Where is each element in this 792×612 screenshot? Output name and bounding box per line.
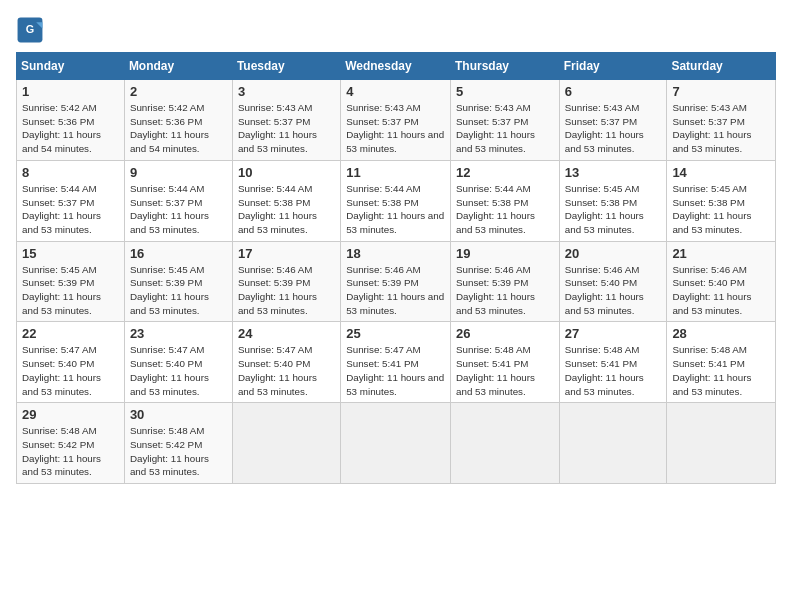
calendar-cell: 30 Sunrise: 5:48 AMSunset: 5:42 PMDaylig… xyxy=(124,403,232,484)
day-detail: Sunrise: 5:44 AMSunset: 5:37 PMDaylight:… xyxy=(22,183,101,235)
day-detail: Sunrise: 5:48 AMSunset: 5:41 PMDaylight:… xyxy=(456,344,535,396)
logo: G xyxy=(16,16,48,44)
day-detail: Sunrise: 5:43 AMSunset: 5:37 PMDaylight:… xyxy=(456,102,535,154)
header-cell-monday: Monday xyxy=(124,53,232,80)
day-detail: Sunrise: 5:48 AMSunset: 5:41 PMDaylight:… xyxy=(672,344,751,396)
day-detail: Sunrise: 5:46 AMSunset: 5:39 PMDaylight:… xyxy=(238,264,317,316)
calendar-cell: 22 Sunrise: 5:47 AMSunset: 5:40 PMDaylig… xyxy=(17,322,125,403)
day-number: 5 xyxy=(456,84,554,99)
calendar-cell: 27 Sunrise: 5:48 AMSunset: 5:41 PMDaylig… xyxy=(559,322,667,403)
day-detail: Sunrise: 5:48 AMSunset: 5:42 PMDaylight:… xyxy=(130,425,209,477)
day-number: 10 xyxy=(238,165,335,180)
header-cell-tuesday: Tuesday xyxy=(232,53,340,80)
day-detail: Sunrise: 5:44 AMSunset: 5:38 PMDaylight:… xyxy=(346,183,444,235)
svg-text:G: G xyxy=(26,23,34,35)
day-number: 16 xyxy=(130,246,227,261)
day-detail: Sunrise: 5:45 AMSunset: 5:38 PMDaylight:… xyxy=(565,183,644,235)
day-number: 21 xyxy=(672,246,770,261)
calendar-cell: 21 Sunrise: 5:46 AMSunset: 5:40 PMDaylig… xyxy=(667,241,776,322)
day-number: 27 xyxy=(565,326,662,341)
day-detail: Sunrise: 5:42 AMSunset: 5:36 PMDaylight:… xyxy=(22,102,101,154)
calendar-cell: 24 Sunrise: 5:47 AMSunset: 5:40 PMDaylig… xyxy=(232,322,340,403)
day-detail: Sunrise: 5:46 AMSunset: 5:39 PMDaylight:… xyxy=(456,264,535,316)
day-detail: Sunrise: 5:43 AMSunset: 5:37 PMDaylight:… xyxy=(238,102,317,154)
week-row-1: 1 Sunrise: 5:42 AMSunset: 5:36 PMDayligh… xyxy=(17,80,776,161)
calendar-cell: 9 Sunrise: 5:44 AMSunset: 5:37 PMDayligh… xyxy=(124,160,232,241)
calendar-cell: 18 Sunrise: 5:46 AMSunset: 5:39 PMDaylig… xyxy=(341,241,451,322)
header: G xyxy=(16,16,776,44)
calendar-cell: 26 Sunrise: 5:48 AMSunset: 5:41 PMDaylig… xyxy=(451,322,560,403)
header-cell-saturday: Saturday xyxy=(667,53,776,80)
calendar-cell xyxy=(232,403,340,484)
day-detail: Sunrise: 5:45 AMSunset: 5:38 PMDaylight:… xyxy=(672,183,751,235)
day-detail: Sunrise: 5:47 AMSunset: 5:40 PMDaylight:… xyxy=(22,344,101,396)
day-number: 6 xyxy=(565,84,662,99)
header-cell-sunday: Sunday xyxy=(17,53,125,80)
day-number: 9 xyxy=(130,165,227,180)
calendar-cell: 11 Sunrise: 5:44 AMSunset: 5:38 PMDaylig… xyxy=(341,160,451,241)
day-number: 17 xyxy=(238,246,335,261)
calendar-cell: 8 Sunrise: 5:44 AMSunset: 5:37 PMDayligh… xyxy=(17,160,125,241)
calendar-cell: 5 Sunrise: 5:43 AMSunset: 5:37 PMDayligh… xyxy=(451,80,560,161)
day-number: 19 xyxy=(456,246,554,261)
day-detail: Sunrise: 5:44 AMSunset: 5:38 PMDaylight:… xyxy=(238,183,317,235)
calendar-cell: 25 Sunrise: 5:47 AMSunset: 5:41 PMDaylig… xyxy=(341,322,451,403)
day-number: 3 xyxy=(238,84,335,99)
day-number: 23 xyxy=(130,326,227,341)
day-detail: Sunrise: 5:43 AMSunset: 5:37 PMDaylight:… xyxy=(672,102,751,154)
day-detail: Sunrise: 5:44 AMSunset: 5:37 PMDaylight:… xyxy=(130,183,209,235)
calendar-cell: 13 Sunrise: 5:45 AMSunset: 5:38 PMDaylig… xyxy=(559,160,667,241)
header-cell-thursday: Thursday xyxy=(451,53,560,80)
day-number: 8 xyxy=(22,165,119,180)
day-number: 24 xyxy=(238,326,335,341)
day-number: 25 xyxy=(346,326,445,341)
day-detail: Sunrise: 5:46 AMSunset: 5:40 PMDaylight:… xyxy=(565,264,644,316)
day-detail: Sunrise: 5:48 AMSunset: 5:42 PMDaylight:… xyxy=(22,425,101,477)
logo-icon: G xyxy=(16,16,44,44)
calendar-cell: 1 Sunrise: 5:42 AMSunset: 5:36 PMDayligh… xyxy=(17,80,125,161)
week-row-4: 22 Sunrise: 5:47 AMSunset: 5:40 PMDaylig… xyxy=(17,322,776,403)
day-detail: Sunrise: 5:42 AMSunset: 5:36 PMDaylight:… xyxy=(130,102,209,154)
calendar-cell: 29 Sunrise: 5:48 AMSunset: 5:42 PMDaylig… xyxy=(17,403,125,484)
header-cell-friday: Friday xyxy=(559,53,667,80)
day-number: 2 xyxy=(130,84,227,99)
day-number: 11 xyxy=(346,165,445,180)
day-number: 18 xyxy=(346,246,445,261)
day-number: 7 xyxy=(672,84,770,99)
day-detail: Sunrise: 5:43 AMSunset: 5:37 PMDaylight:… xyxy=(565,102,644,154)
calendar-cell: 23 Sunrise: 5:47 AMSunset: 5:40 PMDaylig… xyxy=(124,322,232,403)
header-row: SundayMondayTuesdayWednesdayThursdayFrid… xyxy=(17,53,776,80)
calendar-cell: 10 Sunrise: 5:44 AMSunset: 5:38 PMDaylig… xyxy=(232,160,340,241)
calendar-cell: 16 Sunrise: 5:45 AMSunset: 5:39 PMDaylig… xyxy=(124,241,232,322)
day-number: 4 xyxy=(346,84,445,99)
day-detail: Sunrise: 5:47 AMSunset: 5:40 PMDaylight:… xyxy=(238,344,317,396)
day-number: 29 xyxy=(22,407,119,422)
day-number: 14 xyxy=(672,165,770,180)
week-row-2: 8 Sunrise: 5:44 AMSunset: 5:37 PMDayligh… xyxy=(17,160,776,241)
calendar-cell xyxy=(451,403,560,484)
calendar-cell: 4 Sunrise: 5:43 AMSunset: 5:37 PMDayligh… xyxy=(341,80,451,161)
calendar-cell: 12 Sunrise: 5:44 AMSunset: 5:38 PMDaylig… xyxy=(451,160,560,241)
calendar-cell: 2 Sunrise: 5:42 AMSunset: 5:36 PMDayligh… xyxy=(124,80,232,161)
calendar-cell xyxy=(341,403,451,484)
calendar-cell: 20 Sunrise: 5:46 AMSunset: 5:40 PMDaylig… xyxy=(559,241,667,322)
week-row-5: 29 Sunrise: 5:48 AMSunset: 5:42 PMDaylig… xyxy=(17,403,776,484)
calendar-cell: 15 Sunrise: 5:45 AMSunset: 5:39 PMDaylig… xyxy=(17,241,125,322)
day-detail: Sunrise: 5:46 AMSunset: 5:39 PMDaylight:… xyxy=(346,264,444,316)
day-number: 30 xyxy=(130,407,227,422)
day-number: 26 xyxy=(456,326,554,341)
day-detail: Sunrise: 5:46 AMSunset: 5:40 PMDaylight:… xyxy=(672,264,751,316)
day-number: 13 xyxy=(565,165,662,180)
week-row-3: 15 Sunrise: 5:45 AMSunset: 5:39 PMDaylig… xyxy=(17,241,776,322)
day-detail: Sunrise: 5:48 AMSunset: 5:41 PMDaylight:… xyxy=(565,344,644,396)
calendar-table: SundayMondayTuesdayWednesdayThursdayFrid… xyxy=(16,52,776,484)
calendar-cell: 6 Sunrise: 5:43 AMSunset: 5:37 PMDayligh… xyxy=(559,80,667,161)
calendar-cell: 7 Sunrise: 5:43 AMSunset: 5:37 PMDayligh… xyxy=(667,80,776,161)
day-number: 15 xyxy=(22,246,119,261)
calendar-cell xyxy=(559,403,667,484)
day-detail: Sunrise: 5:47 AMSunset: 5:41 PMDaylight:… xyxy=(346,344,444,396)
day-number: 20 xyxy=(565,246,662,261)
calendar-cell: 28 Sunrise: 5:48 AMSunset: 5:41 PMDaylig… xyxy=(667,322,776,403)
day-detail: Sunrise: 5:47 AMSunset: 5:40 PMDaylight:… xyxy=(130,344,209,396)
calendar-cell xyxy=(667,403,776,484)
